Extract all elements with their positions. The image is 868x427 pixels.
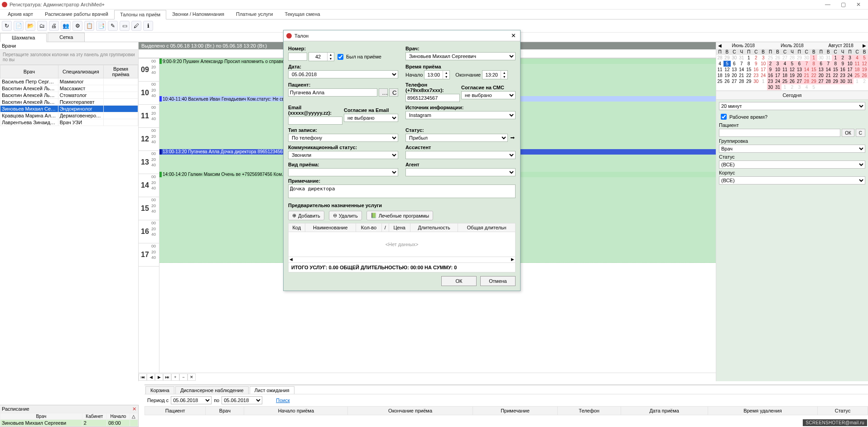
tab-shift[interactable]: Текущая смена	[279, 10, 326, 19]
patient-search-input[interactable]	[719, 129, 840, 137]
tool-icon-1[interactable]: 📄	[14, 21, 24, 31]
doctor-select[interactable]: Зиновьев Михаил Сергеевич	[405, 52, 516, 60]
treatment-programs-button[interactable]: 📗Лечебные программы	[366, 211, 434, 220]
patient-input[interactable]	[288, 88, 377, 97]
patient-ok-button[interactable]: ОК	[842, 129, 854, 137]
patient-clear-button[interactable]: С	[389, 88, 398, 97]
add-service-button[interactable]: ⊕Добавить	[288, 211, 324, 220]
hscroll-left-icon[interactable]: ◀	[289, 257, 293, 262]
table-row[interactable]: Васильев Петр СергеевичМаммолог	[0, 78, 138, 85]
dialog-close-button[interactable]: ✕	[509, 32, 517, 39]
email-input[interactable]	[288, 116, 342, 125]
nav-first[interactable]: ⏮	[139, 374, 147, 381]
sched-col-cab[interactable]: Кабинет	[82, 413, 107, 420]
assist-select[interactable]	[405, 151, 516, 159]
window-min-button[interactable]: —	[820, 1, 835, 8]
dialog-ok-button[interactable]: ОК	[441, 276, 477, 286]
svc-col[interactable]: Код	[289, 223, 305, 232]
sched-col-delta[interactable]: △	[130, 413, 138, 420]
start-time-input[interactable]	[424, 72, 443, 78]
nav-last[interactable]: ⏭	[163, 374, 171, 381]
schedule-row[interactable]: Зиновьев Михаил Сергееви 2 08:00	[0, 420, 138, 427]
date-select[interactable]: 05.06.2018	[288, 70, 398, 78]
nav-prev[interactable]: ◀	[147, 374, 155, 381]
tool-icon-2[interactable]: 📂	[25, 21, 35, 31]
nav-plus[interactable]: +	[171, 374, 179, 381]
corpus-select[interactable]: (ВСЕ)	[719, 176, 865, 184]
svc-col[interactable]: Общая длительн	[458, 223, 516, 232]
window-close-button[interactable]: ✕	[851, 1, 866, 8]
table-row[interactable]: Васютин Алексей ЛьвовичМассажист	[0, 85, 138, 92]
agent-select[interactable]	[405, 168, 516, 176]
col-spec[interactable]: Специализация	[58, 65, 103, 78]
sched-col-start[interactable]: Начало	[107, 413, 130, 420]
select-icon[interactable]: ▭	[120, 21, 130, 31]
table-row[interactable]: Васютин Алексей ЛьвовичСтоматолог	[0, 92, 138, 99]
subtab-chess[interactable]: Шахматка	[0, 33, 47, 42]
wait-col[interactable]: Примечание	[473, 407, 557, 415]
table-row[interactable]: Кравцова Марина АлександДерматовенеролог	[0, 112, 138, 119]
users-icon[interactable]: 👥	[61, 21, 71, 31]
worktime-checkbox[interactable]	[721, 114, 727, 120]
patient-s-button[interactable]: С	[856, 129, 865, 137]
dialog-cancel-button[interactable]: Отмена	[480, 276, 516, 286]
tab-tickets[interactable]: Талоны на приём	[114, 10, 166, 19]
status-select[interactable]: (ВСЕ)	[719, 160, 865, 169]
wait-col[interactable]: Телефон	[558, 407, 621, 415]
today-button[interactable]: Сегодня	[716, 91, 868, 100]
table-row[interactable]: Зиновьев Михаил СергеевичЭндокринолог	[0, 106, 138, 112]
period-to[interactable]: 05.06.2018	[222, 396, 262, 404]
visit-type-select[interactable]	[288, 168, 398, 176]
group-select[interactable]: Врач	[719, 145, 865, 153]
print-icon[interactable]: 🖨	[49, 21, 59, 31]
wait-col[interactable]: Время удаления	[708, 407, 818, 415]
window-max-button[interactable]: ▢	[835, 1, 851, 8]
tab-schedule[interactable]: Расписание работы врачей	[39, 10, 114, 19]
delete-service-button[interactable]: ⊖Удалить	[329, 211, 362, 220]
svc-col[interactable]: Наименование	[305, 223, 356, 232]
sched-col-doc[interactable]: Врач	[0, 413, 82, 420]
svc-col[interactable]: /	[381, 223, 389, 232]
note-textarea[interactable]: Дочка директора	[288, 184, 516, 198]
table-row[interactable]: Лаврентьева Зинаида СтепВрач УЗИ	[0, 119, 138, 126]
tab-archive[interactable]: Архив карт	[2, 10, 39, 19]
bottom-tab-disp[interactable]: Диспансерное наблюдение	[175, 386, 249, 394]
phone-input[interactable]	[405, 94, 460, 102]
pen-icon[interactable]: 🖊	[131, 21, 141, 31]
nav-next[interactable]: ▶	[155, 374, 163, 381]
refresh-icon[interactable]: ↻	[2, 21, 12, 31]
filter-icon[interactable]: ⚙	[72, 21, 82, 31]
bottom-tab-trash[interactable]: Корзина	[145, 386, 174, 394]
email-consent-select[interactable]: не выбрано	[344, 114, 398, 122]
end-time-input[interactable]	[482, 72, 501, 78]
rec-type-select[interactable]: По телефону	[288, 134, 398, 142]
wait-col[interactable]: Начало приёма	[244, 407, 348, 415]
comm-status-select[interactable]: Звонили	[288, 151, 398, 159]
was-visit-checkbox[interactable]	[338, 54, 343, 60]
col-time[interactable]: Время приёма	[103, 65, 138, 78]
tool-icon-3[interactable]: 🗂	[37, 21, 47, 31]
close-icon[interactable]: ✕	[132, 406, 136, 412]
info-icon[interactable]: ℹ	[143, 21, 153, 31]
nav-close[interactable]: ✕	[188, 374, 196, 381]
tab-calls[interactable]: Звонки / Напоминания	[166, 10, 230, 19]
tool-icon-8[interactable]: 📑	[96, 21, 106, 31]
subtab-grid[interactable]: Сетка	[48, 33, 85, 42]
search-link[interactable]: Поиск	[276, 398, 289, 403]
svc-col[interactable]: Кол-во	[356, 223, 381, 232]
edit-icon[interactable]: ✎	[108, 21, 118, 31]
dlg-status-select[interactable]: Прибыл	[405, 134, 508, 142]
wait-col[interactable]: Окончание приёма	[348, 407, 473, 415]
wait-col[interactable]: Врач	[206, 407, 244, 415]
interval-select[interactable]: 20 минут	[719, 102, 865, 110]
wait-col[interactable]: Статус	[818, 407, 868, 415]
col-doctor[interactable]: Врач	[0, 65, 58, 78]
bottom-tab-wait[interactable]: Лист ожидания	[250, 386, 294, 394]
svc-col[interactable]: Длительность	[410, 223, 458, 232]
nav-minus[interactable]: −	[179, 374, 188, 381]
sms-select[interactable]: не выбрано	[461, 91, 516, 99]
period-from[interactable]: 05.06.2018	[171, 396, 212, 404]
patient-browse-button[interactable]: …	[379, 88, 388, 97]
wait-col[interactable]: Пациент	[145, 407, 206, 415]
svc-col[interactable]: Цена	[389, 223, 410, 232]
